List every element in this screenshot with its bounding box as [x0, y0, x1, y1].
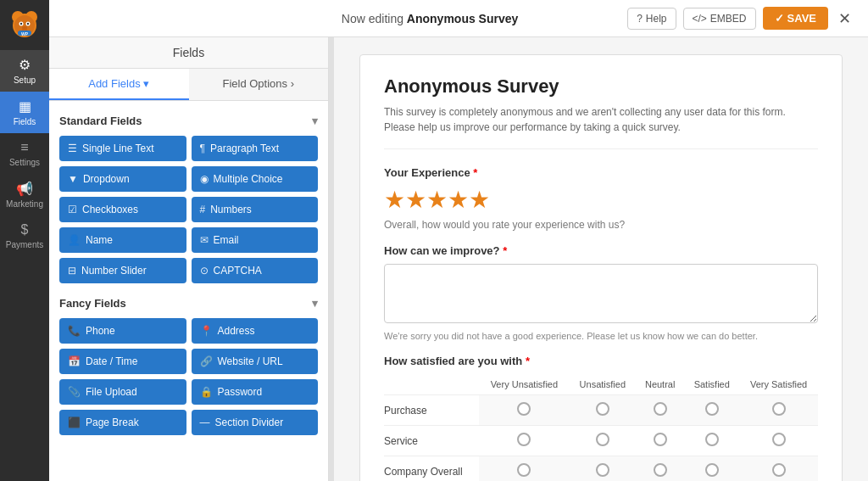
main-area: Now editing Anonymous Survey ? Help </> … [49, 0, 868, 481]
datetime-icon: 📅 [68, 355, 81, 367]
help-button[interactable]: ? Help [627, 8, 676, 30]
field-btn-checkboxes[interactable]: ☑ Checkboxes [59, 197, 186, 222]
content-area: Fields Add Fields ▾ Field Options › Stan… [49, 37, 868, 481]
embed-button[interactable]: </> EMBED [683, 8, 756, 30]
file-upload-icon: 📎 [68, 386, 81, 398]
field-btn-numbers[interactable]: # Numbers [192, 197, 319, 222]
radio-option[interactable] [596, 433, 609, 446]
field-btn-datetime[interactable]: 📅 Date / Time [59, 349, 186, 374]
field-btn-paragraph-text[interactable]: ¶ Paragraph Text [192, 136, 319, 161]
row-label: Company Overall [384, 456, 479, 482]
fields-panel: Fields Add Fields ▾ Field Options › Stan… [49, 37, 329, 481]
fields-tabs: Add Fields ▾ Field Options › [49, 69, 328, 101]
radio-option[interactable] [517, 402, 531, 416]
nav-label-marketing: Marketing [6, 199, 43, 209]
table-row: Company Overall [384, 456, 818, 482]
row-label: Purchase [384, 395, 479, 426]
radio-option[interactable] [705, 402, 719, 416]
field-btn-single-line-text[interactable]: ☰ Single Line Text [59, 136, 186, 161]
number-slider-icon: ⊟ [68, 265, 76, 277]
name-icon: 👤 [68, 234, 81, 246]
svg-point-8 [22, 26, 27, 30]
tab-add-fields[interactable]: Add Fields ▾ [49, 69, 189, 100]
page-break-icon: ⬛ [68, 417, 81, 428]
col-satisfied: Satisfied [684, 374, 739, 395]
top-bar-actions: ? Help </> EMBED ✓ SAVE ✕ [627, 7, 854, 30]
field-btn-phone[interactable]: 📞 Phone [59, 318, 186, 344]
field-btn-email[interactable]: ✉ Email [192, 227, 319, 253]
survey-description: This survey is completely anonymous and … [384, 104, 818, 149]
field-btn-file-upload[interactable]: 📎 File Upload [59, 379, 186, 405]
radio-option[interactable] [705, 433, 719, 446]
radio-option[interactable] [772, 433, 786, 446]
field-btn-number-slider[interactable]: ⊟ Number Slider [59, 258, 186, 283]
phone-icon: 📞 [68, 325, 81, 337]
radio-option[interactable] [705, 463, 719, 477]
field-btn-address[interactable]: 📍 Address [192, 318, 319, 344]
survey-card: Anonymous Survey This survey is complete… [359, 54, 843, 481]
improve-textarea[interactable] [384, 264, 818, 323]
radio-option[interactable] [654, 433, 667, 446]
field-satisfied-label: How satisfied are you with * [384, 355, 818, 367]
radio-option[interactable] [596, 402, 609, 416]
radio-option[interactable] [654, 463, 667, 477]
field-btn-name[interactable]: 👤 Name [59, 227, 186, 253]
save-button[interactable]: ✓ SAVE [763, 7, 828, 30]
radio-option[interactable] [654, 402, 667, 416]
radio-option[interactable] [772, 402, 786, 416]
fields-scroll: Standard Fields ▾ ☰ Single Line Text ¶ P… [49, 101, 328, 481]
standard-fields-grid: ☰ Single Line Text ¶ Paragraph Text ▼ Dr… [59, 136, 318, 283]
editing-label: Now editing Anonymous Survey [342, 12, 519, 25]
svg-point-6 [20, 23, 22, 25]
tab-field-options[interactable]: Field Options › [189, 69, 329, 100]
nav-item-settings[interactable]: ≡ Settings [0, 133, 49, 174]
radio-option[interactable] [517, 463, 531, 477]
field-btn-password[interactable]: 🔒 Password [192, 379, 319, 405]
radio-option[interactable] [772, 463, 786, 477]
survey-title: Anonymous Survey [384, 76, 818, 98]
field-btn-multiple-choice[interactable]: ◉ Multiple Choice [192, 166, 319, 192]
fancy-fields-grid: 📞 Phone 📍 Address 📅 Date / Time 🔗 Websit… [59, 318, 318, 435]
address-icon: 📍 [200, 325, 213, 337]
field-improve: How can we improve? * We're sorry you di… [384, 244, 818, 341]
captcha-icon: ⊙ [200, 265, 209, 277]
field-btn-captcha[interactable]: ⊙ CAPTCHA [192, 258, 319, 283]
radio-option[interactable] [517, 433, 531, 446]
dropdown-icon: ▼ [68, 173, 78, 185]
fancy-fields-chevron[interactable]: ▾ [312, 297, 318, 310]
nav-item-payments[interactable]: $ Payments [0, 215, 49, 256]
fields-icon: ▦ [19, 98, 31, 115]
multiple-choice-icon: ◉ [200, 173, 209, 185]
nav-item-marketing[interactable]: 📢 Marketing [0, 174, 49, 215]
fields-panel-header: Fields [49, 37, 328, 69]
field-experience: Your Experience * ★★★★★ Overall, how wou… [384, 166, 818, 231]
field-btn-dropdown[interactable]: ▼ Dropdown [59, 166, 186, 192]
field-experience-label: Your Experience * [384, 166, 818, 179]
marketing-icon: 📢 [16, 181, 33, 197]
nav-label-setup: Setup [14, 76, 36, 85]
nav-item-fields[interactable]: ▦ Fields [0, 92, 49, 133]
field-btn-section-divider[interactable]: — Section Divider [192, 410, 319, 435]
field-satisfied: How satisfied are you with * Very Unsati… [384, 355, 818, 481]
field-btn-page-break[interactable]: ⬛ Page Break [59, 410, 186, 435]
password-icon: 🔒 [200, 386, 213, 398]
nav-label-settings: Settings [9, 158, 40, 167]
left-nav: WP ⚙ Setup ▦ Fields ≡ Settings 📢 Marketi… [0, 0, 49, 481]
nav-item-setup[interactable]: ⚙ Setup [0, 50, 49, 92]
single-line-icon: ☰ [68, 143, 77, 154]
checkboxes-icon: ☑ [68, 204, 77, 215]
svg-point-7 [27, 23, 29, 25]
standard-fields-chevron[interactable]: ▾ [312, 115, 318, 127]
fancy-fields-header: Fancy Fields ▾ [59, 297, 318, 310]
field-btn-website[interactable]: 🔗 Website / URL [192, 349, 319, 374]
radio-option[interactable] [596, 463, 609, 477]
setup-icon: ⚙ [19, 57, 31, 73]
stars-rating[interactable]: ★★★★★ [384, 186, 818, 214]
payments-icon: $ [21, 222, 29, 238]
nav-label-payments: Payments [6, 240, 43, 249]
col-neutral: Neutral [636, 374, 684, 395]
col-very-satisfied: Very Satisfied [739, 374, 818, 395]
close-button[interactable]: ✕ [835, 9, 854, 28]
table-row: Service [384, 426, 818, 456]
experience-sublabel: Overall, how would you rate your experie… [384, 219, 818, 231]
